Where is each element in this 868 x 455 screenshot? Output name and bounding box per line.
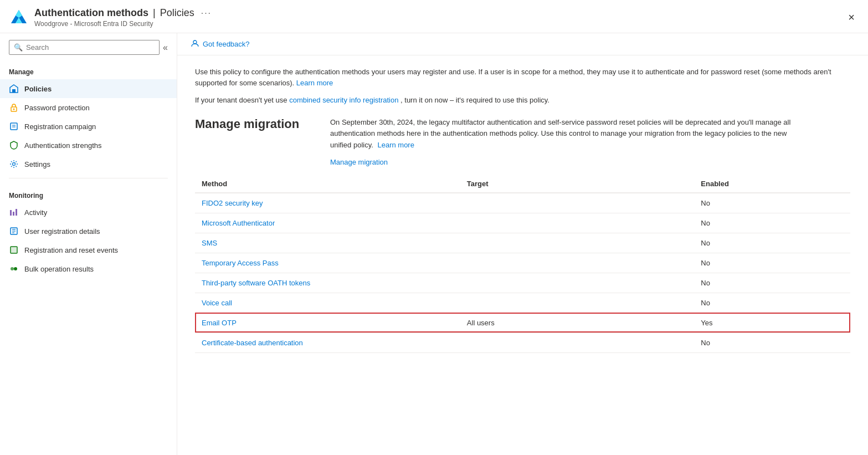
table-cell-enabled: No bbox=[694, 333, 850, 352]
page-header: Authentication methods | Policies ··· Wo… bbox=[0, 0, 868, 33]
header-title-block: Authentication methods | Policies ··· Wo… bbox=[34, 7, 212, 28]
sidebar-item-registration-campaign-label: Registration campaign bbox=[24, 122, 96, 131]
sidebar-item-registration-reset-events-label: Registration and reset events bbox=[24, 246, 118, 254]
table-header-row: Method Target Enabled bbox=[195, 175, 850, 193]
migration-title: Manage migration bbox=[195, 117, 317, 131]
col-header-target: Target bbox=[460, 175, 695, 193]
svg-rect-4 bbox=[11, 123, 17, 130]
table-row: Certificate-based authenticationNo bbox=[195, 333, 850, 352]
methods-table: Method Target Enabled FIDO2 security key… bbox=[195, 175, 850, 353]
table-cell-target bbox=[460, 253, 695, 273]
sidebar-item-registration-campaign[interactable]: Registration campaign bbox=[0, 117, 177, 136]
close-button[interactable]: × bbox=[846, 9, 857, 26]
collapse-sidebar-button[interactable]: « bbox=[163, 43, 168, 53]
monitoring-section-label: Monitoring bbox=[0, 183, 177, 203]
table-cell-method: Microsoft Authenticator bbox=[195, 213, 460, 233]
manage-section-label: Manage bbox=[0, 59, 177, 79]
table-row: Voice callNo bbox=[195, 293, 850, 313]
feedback-icon bbox=[191, 39, 199, 49]
svg-rect-1 bbox=[12, 89, 16, 93]
table-cell-method: FIDO2 security key bbox=[195, 193, 460, 213]
table-row: Email OTPAll usersYes bbox=[195, 313, 850, 333]
method-link-voice-call[interactable]: Voice call bbox=[202, 299, 232, 307]
migration-learn-more-link[interactable]: Learn more bbox=[377, 141, 414, 149]
sidebar-item-settings[interactable]: Settings bbox=[0, 155, 177, 173]
sidebar-item-activity[interactable]: Activity bbox=[0, 203, 177, 222]
table-header: Method Target Enabled bbox=[195, 175, 850, 193]
header-left: Authentication methods | Policies ··· Wo… bbox=[9, 7, 212, 28]
method-link-email-otp[interactable]: Email OTP bbox=[202, 319, 237, 327]
table-row: Microsoft AuthenticatorNo bbox=[195, 213, 850, 233]
method-link-cert-auth[interactable]: Certificate-based authentication bbox=[202, 339, 303, 347]
sidebar-item-policies[interactable]: Policies bbox=[0, 79, 177, 98]
table-cell-method: Email OTP bbox=[195, 313, 460, 333]
table-cell-enabled: No bbox=[694, 293, 850, 313]
combined-reg-link[interactable]: combined security info registration bbox=[289, 96, 398, 104]
method-link-third-party-oath[interactable]: Third-party software OATH tokens bbox=[202, 279, 310, 287]
sidebar: 🔍 « Manage Policies Password protection … bbox=[0, 33, 177, 455]
header-subtitle: Woodgrove - Microsoft Entra ID Security bbox=[34, 20, 212, 28]
table-cell-method: SMS bbox=[195, 233, 460, 253]
learn-more-link-1[interactable]: Learn more bbox=[296, 79, 333, 87]
main-content-area: Got feedback? Use this policy to configu… bbox=[177, 33, 868, 455]
search-input-wrapper[interactable]: 🔍 bbox=[9, 40, 160, 55]
method-link-fido2[interactable]: FIDO2 security key bbox=[202, 199, 263, 207]
col-header-enabled: Enabled bbox=[694, 175, 850, 193]
sidebar-item-bulk-operation-results-label: Bulk operation results bbox=[24, 265, 94, 273]
svg-rect-9 bbox=[13, 212, 14, 216]
sidebar-item-settings-label: Settings bbox=[24, 160, 50, 168]
sidebar-item-policies-label: Policies bbox=[24, 85, 52, 93]
feedback-link[interactable]: Got feedback? bbox=[203, 40, 250, 48]
sidebar-item-password-protection[interactable]: Password protection bbox=[0, 98, 177, 117]
sidebar-item-password-protection-label: Password protection bbox=[24, 104, 90, 112]
sidebar-item-bulk-operation-results[interactable]: Bulk operation results bbox=[0, 259, 177, 278]
settings-icon bbox=[9, 159, 19, 169]
svg-rect-16 bbox=[11, 247, 17, 253]
registration-reset-events-icon bbox=[9, 245, 19, 255]
svg-point-18 bbox=[14, 267, 17, 270]
table-cell-enabled: Yes bbox=[694, 313, 850, 333]
sidebar-item-user-registration-details-label: User registration details bbox=[24, 227, 100, 236]
table-cell-method: Voice call bbox=[195, 293, 460, 313]
header-ellipsis-button[interactable]: ··· bbox=[201, 8, 212, 18]
table-cell-target bbox=[460, 233, 695, 253]
table-row: Temporary Access PassNo bbox=[195, 253, 850, 273]
description-text-1: Use this policy to configure the authent… bbox=[195, 67, 850, 88]
header-app-title: Authentication methods bbox=[34, 7, 148, 19]
table-cell-method: Temporary Access Pass bbox=[195, 253, 460, 273]
col-header-method: Method bbox=[195, 175, 460, 193]
sidebar-divider bbox=[9, 178, 168, 178]
manage-migration-link[interactable]: Manage migration bbox=[330, 158, 807, 166]
sidebar-item-user-registration-details[interactable]: User registration details bbox=[0, 222, 177, 241]
method-link-ms-authenticator[interactable]: Microsoft Authenticator bbox=[202, 219, 275, 227]
activity-icon bbox=[9, 207, 19, 217]
bulk-operation-results-icon bbox=[9, 264, 19, 274]
table-cell-enabled: No bbox=[694, 213, 850, 233]
auth-strengths-icon bbox=[9, 140, 19, 150]
method-link-tap[interactable]: Temporary Access Pass bbox=[202, 259, 279, 267]
svg-point-17 bbox=[11, 267, 14, 270]
svg-rect-10 bbox=[16, 209, 17, 216]
policies-icon bbox=[9, 84, 19, 94]
table-cell-enabled: No bbox=[694, 273, 850, 293]
registration-campaign-icon bbox=[9, 121, 19, 131]
content-body: Use this policy to configure the authent… bbox=[177, 55, 868, 364]
sidebar-item-activity-label: Activity bbox=[24, 208, 47, 217]
method-link-sms[interactable]: SMS bbox=[202, 239, 217, 247]
table-row: FIDO2 security keyNo bbox=[195, 193, 850, 213]
migration-description: On September 30th, 2024, the legacy mult… bbox=[330, 117, 807, 151]
table-cell-target bbox=[460, 213, 695, 233]
search-input[interactable] bbox=[26, 43, 155, 52]
table-body: FIDO2 security keyNoMicrosoft Authentica… bbox=[195, 193, 850, 353]
description-text-2: If your tenant doesn't yet use combined … bbox=[195, 95, 850, 106]
search-icon: 🔍 bbox=[14, 43, 23, 52]
header-page-name: Policies bbox=[160, 7, 194, 19]
search-area: 🔍 « bbox=[0, 33, 177, 59]
sidebar-item-auth-strengths[interactable]: Authentication strengths bbox=[0, 136, 177, 155]
table-row: Third-party software OATH tokensNo bbox=[195, 273, 850, 293]
sidebar-item-registration-reset-events[interactable]: Registration and reset events bbox=[0, 241, 177, 259]
svg-point-7 bbox=[13, 163, 16, 166]
svg-rect-8 bbox=[10, 210, 12, 216]
azure-logo bbox=[9, 8, 29, 28]
table-cell-target bbox=[460, 273, 695, 293]
